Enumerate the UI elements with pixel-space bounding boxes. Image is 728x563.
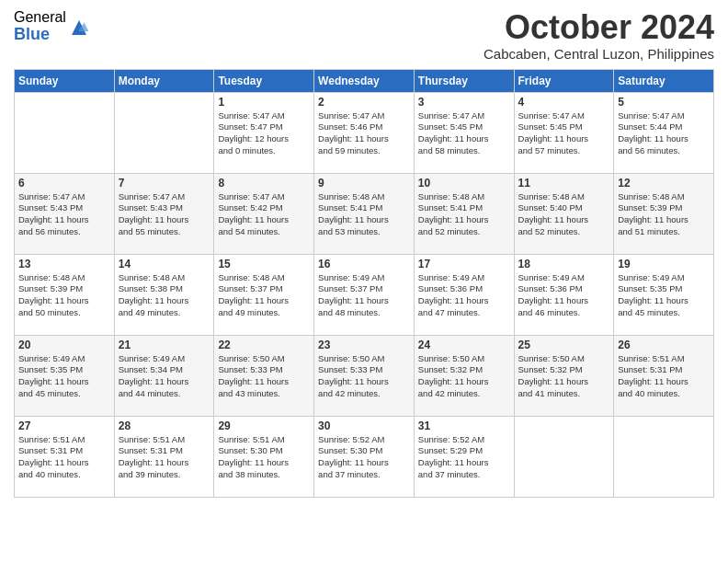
cell-content: Sunrise: 5:51 AMSunset: 5:31 PMDaylight:… (119, 434, 210, 481)
day-number: 30 (318, 419, 410, 432)
logo-text: General Blue (14, 9, 66, 43)
header-row: Sunday Monday Tuesday Wednesday Thursday… (15, 69, 714, 92)
day-number: 13 (18, 258, 110, 270)
calendar-cell (514, 416, 614, 497)
calendar-cell: 28Sunrise: 5:51 AMSunset: 5:31 PMDayligh… (114, 416, 214, 497)
calendar-cell: 10Sunrise: 5:48 AMSunset: 5:41 PMDayligh… (414, 173, 514, 254)
cell-content: Sunrise: 5:47 AMSunset: 5:43 PMDaylight:… (119, 191, 210, 238)
day-number: 15 (218, 258, 310, 270)
cell-content: Sunrise: 5:52 AMSunset: 5:29 PMDaylight:… (418, 434, 510, 481)
calendar-week-4: 20Sunrise: 5:49 AMSunset: 5:35 PMDayligh… (15, 335, 714, 416)
cell-content: Sunrise: 5:51 AMSunset: 5:31 PMDaylight:… (618, 353, 710, 400)
day-number: 22 (218, 339, 310, 351)
cell-content: Sunrise: 5:48 AMSunset: 5:39 PMDaylight:… (618, 191, 710, 238)
calendar-cell: 6Sunrise: 5:47 AMSunset: 5:43 PMDaylight… (15, 173, 115, 254)
calendar-cell: 17Sunrise: 5:49 AMSunset: 5:36 PMDayligh… (414, 254, 514, 335)
day-number: 20 (18, 339, 110, 351)
col-saturday: Saturday (614, 69, 714, 92)
calendar-cell: 29Sunrise: 5:51 AMSunset: 5:30 PMDayligh… (214, 416, 314, 497)
calendar-cell (614, 416, 714, 497)
calendar-cell: 2Sunrise: 5:47 AMSunset: 5:46 PMDaylight… (314, 92, 415, 173)
header: General Blue October 2024 Cabcaben, Cent… (14, 9, 714, 62)
cell-content: Sunrise: 5:52 AMSunset: 5:30 PMDaylight:… (318, 434, 410, 481)
cell-content: Sunrise: 5:47 AMSunset: 5:46 PMDaylight:… (318, 110, 410, 157)
calendar-body: 1Sunrise: 5:47 AMSunset: 5:47 PMDaylight… (15, 92, 714, 497)
cell-content: Sunrise: 5:47 AMSunset: 5:42 PMDaylight:… (218, 191, 310, 238)
cell-content: Sunrise: 5:49 AMSunset: 5:35 PMDaylight:… (18, 353, 110, 400)
calendar-cell: 23Sunrise: 5:50 AMSunset: 5:33 PMDayligh… (314, 335, 415, 416)
day-number: 19 (618, 258, 710, 270)
day-number: 25 (518, 339, 610, 351)
logo-icon (68, 17, 90, 39)
cell-content: Sunrise: 5:47 AMSunset: 5:43 PMDaylight:… (18, 191, 110, 238)
calendar-cell: 18Sunrise: 5:49 AMSunset: 5:36 PMDayligh… (514, 254, 614, 335)
day-number: 16 (318, 258, 410, 270)
cell-content: Sunrise: 5:50 AMSunset: 5:33 PMDaylight:… (318, 353, 410, 400)
cell-content: Sunrise: 5:49 AMSunset: 5:34 PMDaylight:… (119, 353, 210, 400)
day-number: 4 (518, 96, 610, 109)
calendar-cell: 4Sunrise: 5:47 AMSunset: 5:45 PMDaylight… (514, 92, 614, 173)
calendar-cell: 8Sunrise: 5:47 AMSunset: 5:42 PMDaylight… (214, 173, 314, 254)
day-number: 10 (418, 177, 510, 190)
calendar-week-5: 27Sunrise: 5:51 AMSunset: 5:31 PMDayligh… (15, 416, 714, 497)
title-area: October 2024 Cabcaben, Central Luzon, Ph… (483, 9, 714, 62)
day-number: 21 (119, 339, 210, 351)
calendar-cell: 14Sunrise: 5:48 AMSunset: 5:38 PMDayligh… (114, 254, 214, 335)
calendar-week-2: 6Sunrise: 5:47 AMSunset: 5:43 PMDaylight… (15, 173, 714, 254)
day-number: 27 (18, 419, 110, 432)
calendar-cell: 19Sunrise: 5:49 AMSunset: 5:35 PMDayligh… (614, 254, 714, 335)
calendar-cell: 3Sunrise: 5:47 AMSunset: 5:45 PMDaylight… (414, 92, 514, 173)
col-thursday: Thursday (414, 69, 514, 92)
calendar-cell (114, 92, 214, 173)
day-number: 2 (318, 96, 410, 109)
day-number: 1 (218, 96, 310, 109)
day-number: 24 (418, 339, 510, 351)
cell-content: Sunrise: 5:48 AMSunset: 5:41 PMDaylight:… (418, 191, 510, 238)
day-number: 28 (119, 419, 210, 432)
cell-content: Sunrise: 5:50 AMSunset: 5:33 PMDaylight:… (218, 353, 310, 400)
calendar-cell: 22Sunrise: 5:50 AMSunset: 5:33 PMDayligh… (214, 335, 314, 416)
cell-content: Sunrise: 5:51 AMSunset: 5:30 PMDaylight:… (218, 434, 310, 481)
day-number: 3 (418, 96, 510, 109)
cell-content: Sunrise: 5:49 AMSunset: 5:35 PMDaylight:… (618, 272, 710, 319)
calendar-cell: 21Sunrise: 5:49 AMSunset: 5:34 PMDayligh… (114, 335, 214, 416)
col-sunday: Sunday (15, 69, 115, 92)
calendar-cell: 26Sunrise: 5:51 AMSunset: 5:31 PMDayligh… (614, 335, 714, 416)
calendar-table: Sunday Monday Tuesday Wednesday Thursday… (14, 69, 714, 498)
calendar-cell: 7Sunrise: 5:47 AMSunset: 5:43 PMDaylight… (114, 173, 214, 254)
logo: General Blue (14, 9, 90, 43)
day-number: 26 (618, 339, 710, 351)
cell-content: Sunrise: 5:47 AMSunset: 5:45 PMDaylight:… (418, 110, 510, 157)
logo-general: General (14, 9, 66, 26)
day-number: 5 (618, 96, 710, 109)
cell-content: Sunrise: 5:47 AMSunset: 5:47 PMDaylight:… (218, 110, 310, 157)
cell-content: Sunrise: 5:51 AMSunset: 5:31 PMDaylight:… (18, 434, 110, 481)
cell-content: Sunrise: 5:50 AMSunset: 5:32 PMDaylight:… (418, 353, 510, 400)
calendar-cell: 12Sunrise: 5:48 AMSunset: 5:39 PMDayligh… (614, 173, 714, 254)
month-title: October 2024 (483, 9, 714, 46)
calendar-cell: 9Sunrise: 5:48 AMSunset: 5:41 PMDaylight… (314, 173, 415, 254)
day-number: 18 (518, 258, 610, 270)
day-number: 8 (218, 177, 310, 190)
cell-content: Sunrise: 5:50 AMSunset: 5:32 PMDaylight:… (518, 353, 610, 400)
day-number: 23 (318, 339, 410, 351)
day-number: 12 (618, 177, 710, 190)
day-number: 11 (518, 177, 610, 190)
calendar-week-1: 1Sunrise: 5:47 AMSunset: 5:47 PMDaylight… (15, 92, 714, 173)
cell-content: Sunrise: 5:49 AMSunset: 5:36 PMDaylight:… (418, 272, 510, 319)
page-container: General Blue October 2024 Cabcaben, Cent… (0, 0, 728, 507)
calendar-week-3: 13Sunrise: 5:48 AMSunset: 5:39 PMDayligh… (15, 254, 714, 335)
calendar-cell: 11Sunrise: 5:48 AMSunset: 5:40 PMDayligh… (514, 173, 614, 254)
logo-blue: Blue (14, 26, 66, 44)
cell-content: Sunrise: 5:49 AMSunset: 5:36 PMDaylight:… (518, 272, 610, 319)
calendar-cell: 30Sunrise: 5:52 AMSunset: 5:30 PMDayligh… (314, 416, 415, 497)
calendar-header: Sunday Monday Tuesday Wednesday Thursday… (15, 69, 714, 92)
cell-content: Sunrise: 5:48 AMSunset: 5:40 PMDaylight:… (518, 191, 610, 238)
day-number: 9 (318, 177, 410, 190)
cell-content: Sunrise: 5:47 AMSunset: 5:44 PMDaylight:… (618, 110, 710, 157)
calendar-cell: 15Sunrise: 5:48 AMSunset: 5:37 PMDayligh… (214, 254, 314, 335)
cell-content: Sunrise: 5:49 AMSunset: 5:37 PMDaylight:… (318, 272, 410, 319)
calendar-cell: 13Sunrise: 5:48 AMSunset: 5:39 PMDayligh… (15, 254, 115, 335)
calendar-cell: 24Sunrise: 5:50 AMSunset: 5:32 PMDayligh… (414, 335, 514, 416)
cell-content: Sunrise: 5:47 AMSunset: 5:45 PMDaylight:… (518, 110, 610, 157)
